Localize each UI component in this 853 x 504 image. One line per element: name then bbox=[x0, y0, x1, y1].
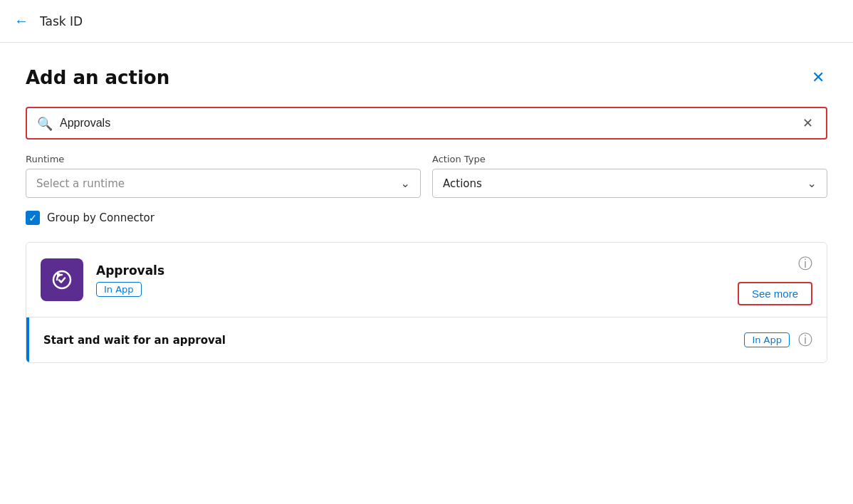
action-in-app-badge: In App bbox=[744, 332, 790, 347]
connector-section: Approvals In App ⓘ See more Start and wa… bbox=[26, 242, 827, 363]
page-title: Task ID bbox=[40, 14, 83, 28]
action-type-filter-group: Action Type Actions ⌄ bbox=[432, 154, 827, 198]
main-content: Add an action ✕ 🔍 ✕ Runtime Select a run… bbox=[0, 43, 853, 380]
connector-header: Approvals In App ⓘ See more bbox=[26, 243, 827, 317]
action-type-value: Actions bbox=[443, 177, 482, 190]
search-clear-button[interactable]: ✕ bbox=[800, 114, 816, 132]
back-button[interactable]: ← bbox=[14, 10, 34, 32]
search-input[interactable] bbox=[60, 117, 800, 130]
runtime-select-value: Select a runtime bbox=[36, 177, 125, 190]
group-by-connector-row: ✓ Group by Connector bbox=[26, 211, 827, 225]
action-row-right: In App ⓘ bbox=[744, 330, 812, 350]
runtime-filter-group: Runtime Select a runtime ⌄ bbox=[26, 154, 421, 198]
close-button[interactable]: ✕ bbox=[809, 65, 827, 90]
connector-in-app-badge: In App bbox=[96, 282, 142, 297]
action-type-chevron-icon: ⌄ bbox=[807, 177, 817, 190]
connector-name: Approvals bbox=[96, 263, 738, 278]
checkbox-check-icon: ✓ bbox=[28, 213, 37, 223]
action-row-title: Start and wait for an approval bbox=[43, 334, 744, 347]
approvals-connector-icon bbox=[41, 258, 83, 301]
connector-info-icon[interactable]: ⓘ bbox=[798, 254, 812, 273]
approvals-icon-svg bbox=[49, 267, 75, 293]
action-row[interactable]: Start and wait for an approval In App ⓘ bbox=[26, 317, 827, 362]
search-icon: 🔍 bbox=[37, 116, 53, 131]
runtime-chevron-icon: ⌄ bbox=[401, 177, 410, 190]
see-more-button[interactable]: See more bbox=[738, 282, 812, 305]
group-by-connector-label: Group by Connector bbox=[47, 211, 155, 224]
runtime-select[interactable]: Select a runtime ⌄ bbox=[26, 169, 421, 198]
page-header: ← Task ID bbox=[0, 0, 853, 43]
action-type-select[interactable]: Actions ⌄ bbox=[432, 169, 827, 198]
filters-row: Runtime Select a runtime ⌄ Action Type A… bbox=[26, 154, 827, 198]
action-type-label: Action Type bbox=[432, 154, 827, 164]
group-by-connector-checkbox[interactable]: ✓ bbox=[26, 211, 40, 225]
connector-actions: ⓘ See more bbox=[738, 254, 812, 305]
search-container: 🔍 ✕ bbox=[26, 107, 827, 140]
connector-info: Approvals In App bbox=[96, 263, 738, 297]
runtime-label: Runtime bbox=[26, 154, 421, 164]
section-title: Add an action bbox=[26, 67, 169, 88]
section-header: Add an action ✕ bbox=[26, 65, 827, 90]
action-info-icon[interactable]: ⓘ bbox=[798, 330, 812, 350]
